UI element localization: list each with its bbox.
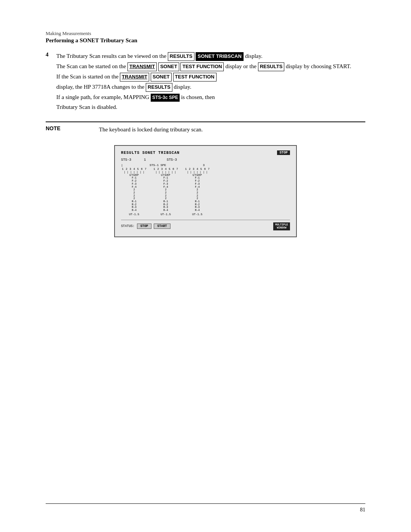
- step-number-4: 4: [46, 51, 56, 112]
- trib-group-1: 1 2 3 4 5 6 7 | | | | | | | UTGRP F-1F-2…: [121, 168, 147, 216]
- stop-status-btn: STOP: [137, 224, 151, 229]
- trib-numbers-2: 1 2 3 4 5 6 7: [153, 168, 179, 171]
- status-label: STATUS:: [121, 224, 135, 228]
- tribscan-grid: 1 2 3 4 5 6 7 | | | | | | | UTGRP F-1F-2…: [121, 168, 290, 216]
- sonet-key-2: SONET: [151, 73, 172, 81]
- note-text: The keyboard is locked during tributary …: [99, 125, 203, 134]
- sts3-label-2: STS-3: [167, 158, 205, 162]
- screen-container: RESULTS SONET TRIBSCAN STOP STS-3 1 STS-…: [46, 145, 365, 237]
- sonet-key-1: SONET: [158, 62, 179, 71]
- sts-row-1: STS-3 1 STS-3: [121, 158, 290, 162]
- page-footer: 81: [0, 503, 411, 513]
- tree-indent-1: |: [121, 163, 138, 167]
- sonet-tribscan-key: SONET TRIBSCAN: [196, 52, 244, 61]
- step-4-line-2: The Scan can be started on the TRANSMIT …: [56, 62, 365, 71]
- start-status-btn: START: [154, 224, 170, 229]
- trib-ut15-3: UT-1.5: [192, 213, 202, 216]
- results-key-3: RESULTS: [146, 83, 172, 92]
- trib-bars-1: | | | | | | |: [124, 171, 145, 174]
- step-4-line-1: The Tributary Scan results can be viewed…: [56, 51, 365, 61]
- sts3-label-1: STS-3: [121, 158, 144, 162]
- trib-ut15-2: UT-1.5: [161, 213, 171, 216]
- section-title: Performing a SONET Tributary Scan: [46, 37, 365, 44]
- spacer-1: [150, 168, 153, 216]
- trib-numbers-3: 1 2 3 4 5 6 7: [184, 168, 210, 171]
- trib-data-2: F-1F-2F-3F-4 2222 R-1R-2R-3R-4: [163, 177, 168, 212]
- step-4-line-4: display, the HP 37718A changes to the RE…: [56, 82, 365, 92]
- footer-divider: [46, 503, 365, 504]
- trib-bars-2: | | | | | | |: [155, 171, 176, 174]
- spe-label: STS-1 SPE: [150, 163, 180, 167]
- note-label: NOTE: [46, 125, 99, 134]
- screen-top-bar: RESULTS SONET TRIBSCAN STOP: [121, 150, 290, 155]
- trib-data-1: F-1F-2F-3F-4 2222 R-1R-2R-3R-4: [132, 177, 137, 212]
- screen-display: RESULTS SONET TRIBSCAN STOP STS-3 1 STS-…: [114, 145, 297, 237]
- trib-bars-3: | | | | | | |: [187, 171, 208, 174]
- note-block: NOTE The keyboard is locked during tribu…: [46, 121, 365, 134]
- results-key-1: RESULTS: [168, 52, 194, 61]
- results-key-2: RESULTS: [258, 62, 285, 71]
- step-4-line-3: If the Scan is started on the TRANSMIT S…: [56, 72, 365, 81]
- step-4-content: The Tributary Scan results can be viewed…: [56, 51, 365, 112]
- screen-status-bar: STATUS: STOP START MULTIPLEWINDOW: [121, 220, 290, 230]
- test-function-key-1: TEST FUNCTION: [180, 62, 224, 71]
- status-left-area: STATUS: STOP START: [121, 224, 170, 229]
- step-4-line-5: If a single path, for example, MAPPING S…: [56, 93, 365, 102]
- screen-stop-button: STOP: [277, 150, 290, 155]
- breadcrumb: Making Measurements: [46, 30, 365, 37]
- multiple-window-btn: MULTIPLEWINDOW: [273, 222, 290, 230]
- sts3c-spe-key: STS-3c SPE: [151, 94, 180, 102]
- trib-data-3: F-1F-2F-3F-4 2222 R-1R-2R-3R-4: [195, 177, 200, 212]
- page-number: 81: [46, 507, 365, 513]
- trib-numbers-1: 1 2 3 4 5 6 7: [121, 168, 147, 171]
- trib-ut15-1: UT-1.5: [129, 213, 139, 216]
- transmit-key-2: TRANSMIT: [120, 73, 149, 81]
- trib-group-3: 1 2 3 4 5 6 7 | | | | | | | UTGRP F-1F-2…: [184, 168, 210, 216]
- transmit-key-1: TRANSMIT: [127, 62, 157, 71]
- test-function-key-2: TEST FUNCTION: [173, 73, 217, 81]
- tree-row: | STS-1 SPE 3: [121, 163, 290, 167]
- sts3-1-num: 1: [144, 158, 151, 162]
- spacer-2: [181, 168, 184, 216]
- trib-group-2: 1 2 3 4 5 6 7 | | | | | | | UTGRP F-1F-2…: [153, 168, 179, 216]
- step-4-line-6: Tributary Scan is disabled.: [56, 102, 365, 112]
- col3-label: 3: [203, 163, 210, 167]
- step-4-block: 4 The Tributary Scan results can be view…: [46, 51, 365, 112]
- screen-top-label: RESULTS SONET TRIBSCAN: [121, 151, 180, 155]
